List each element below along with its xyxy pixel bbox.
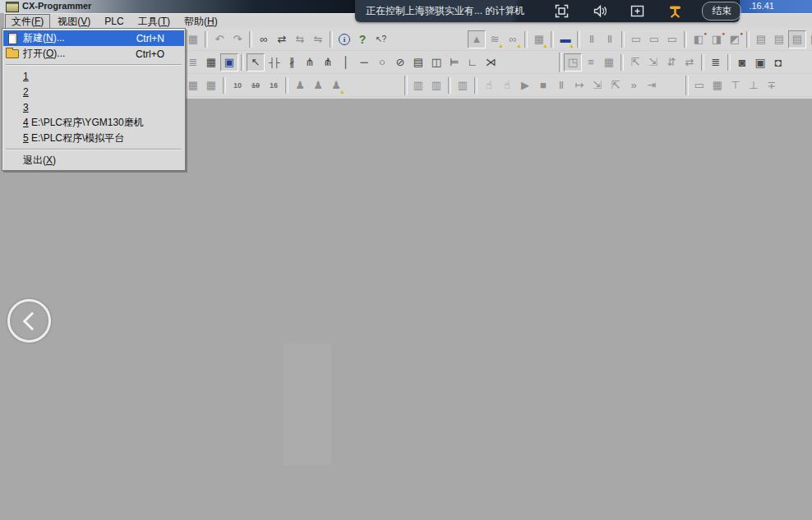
replace-icon[interactable]: ⇄: [273, 30, 291, 48]
menu-item-open[interactable]: 打开(O)...Ctrl+O: [3, 46, 184, 62]
watch-window-icon[interactable]: ▭: [663, 30, 681, 48]
menu-item-recent-4[interactable]: 4 E:\PLC程序\YGM130磨机: [3, 115, 184, 131]
work-online-icon[interactable]: ▲: [468, 30, 486, 48]
info-icon[interactable]: [335, 30, 353, 48]
menu-item-new[interactable]: 新建(N)...Ctrl+N: [3, 30, 184, 46]
sim-stop-icon[interactable]: ■: [534, 76, 552, 94]
mnemonic-view-icon[interactable]: ▦: [202, 53, 220, 71]
ladder-view-icon[interactable]: ▣: [220, 53, 238, 71]
force-cancel-icon[interactable]: ∓: [763, 76, 781, 94]
line-connect-icon[interactable]: ∟: [464, 53, 482, 71]
step-run-icon[interactable]: ↦: [570, 76, 588, 94]
simulator-transfer-icon[interactable]: ▥: [454, 76, 472, 94]
new-closed-contact-icon[interactable]: ∦: [283, 53, 301, 71]
rung-margin-icon[interactable]: ▦: [202, 76, 220, 94]
menu-file[interactable]: 文件(F): [5, 14, 50, 30]
insert-row-icon[interactable]: ⇱: [626, 53, 644, 71]
simulator-online-icon[interactable]: ▥: [427, 76, 445, 94]
redo-icon[interactable]: ↷: [228, 30, 247, 48]
menu-view[interactable]: 视图(V): [51, 14, 97, 30]
online-edit-send-icon[interactable]: ◧: [690, 30, 708, 48]
comment-view-icon[interactable]: ◘: [769, 53, 787, 71]
change-all-icon[interactable]: ⇋: [309, 30, 327, 48]
context-help-icon[interactable]: ↖?: [371, 30, 390, 48]
insert-rung-icon[interactable]: ⇵: [662, 53, 681, 71]
new-tr-icon[interactable]: ⊨: [445, 53, 464, 71]
plc-settings-icon[interactable]: ▤: [788, 30, 806, 48]
transfer-program-icon[interactable]: ◳: [564, 53, 582, 71]
step-in-icon[interactable]: ⇲: [588, 76, 607, 94]
rung-list-icon[interactable]: ≣: [707, 53, 725, 71]
pause-trigger-icon[interactable]: Ⅱ: [601, 30, 619, 48]
save-icon[interactable]: ▦: [184, 30, 202, 48]
vertical-line-icon[interactable]: │: [337, 53, 355, 71]
find-icon[interactable]: ∞: [255, 30, 273, 48]
horizontal-line-icon[interactable]: ─: [355, 53, 373, 71]
scan-run-icon[interactable]: ⇥: [643, 76, 661, 94]
monitor-icon[interactable]: ≋: [486, 30, 504, 48]
new-contact-icon[interactable]: ┤├: [265, 53, 283, 71]
menu-item-recent-5[interactable]: 5 E:\PLC程序\模拟平台: [3, 131, 184, 146]
memory-view-icon[interactable]: ▦: [708, 76, 727, 94]
continuous-step-icon[interactable]: »: [625, 76, 643, 94]
compare-program-icon[interactable]: ▬: [556, 30, 574, 48]
brand-icon[interactable]: [667, 3, 683, 19]
hex-monitor-icon[interactable]: 16: [265, 76, 283, 94]
clear-breakpoint-icon[interactable]: ☝: [498, 76, 516, 94]
symbol-table-icon[interactable]: ◙: [733, 53, 751, 71]
back-button[interactable]: [7, 299, 51, 343]
menu-tools[interactable]: 工具(T): [131, 14, 177, 30]
menu-item-exit[interactable]: 退出(X): [3, 153, 184, 168]
step-out-icon[interactable]: ⇱: [607, 76, 625, 94]
force-off-icon[interactable]: ⊥: [745, 76, 763, 94]
cross-reference-icon[interactable]: ▭: [627, 30, 645, 48]
transfer-to-plc-icon[interactable]: ▦: [530, 30, 548, 48]
monitor-mode-icon[interactable]: ♟: [291, 76, 309, 94]
sim-pause-icon[interactable]: Ⅱ: [552, 76, 570, 94]
menu-help[interactable]: 帮助(H): [178, 14, 224, 30]
find-next-icon[interactable]: ⇆: [291, 30, 309, 48]
new-instruction-icon[interactable]: ▤: [409, 53, 427, 71]
menu-item-recent-2[interactable]: 2: [3, 84, 184, 99]
new-coil-icon[interactable]: ○: [373, 53, 391, 71]
new-or-contact-icon[interactable]: ⋔: [301, 53, 319, 71]
compile-icon[interactable]: ≡: [582, 53, 600, 71]
new-or-closed-contact-icon[interactable]: ⋔: [319, 53, 337, 71]
delete-rung-icon[interactable]: ⇄: [681, 53, 699, 71]
memory-card-icon[interactable]: ▤: [806, 30, 812, 48]
program-check-icon[interactable]: ▦: [600, 53, 618, 71]
io-table-icon[interactable]: ▤: [752, 30, 770, 48]
delete-line-icon[interactable]: ⋊: [482, 53, 500, 71]
monitor-pause-icon[interactable]: ♟: [309, 76, 327, 94]
plc-clock-icon[interactable]: ▭: [690, 76, 708, 94]
online-edit-cancel-icon[interactable]: ◨: [708, 30, 726, 48]
address-reference-icon[interactable]: ▣: [751, 53, 769, 71]
end-session-button[interactable]: 结束: [702, 2, 741, 21]
online-edit-release-icon[interactable]: ◩: [726, 30, 744, 48]
force-on-icon[interactable]: ⊤: [727, 76, 745, 94]
decimal-monitor-icon[interactable]: 10: [228, 76, 247, 94]
breakpoint-icon[interactable]: ☝: [480, 76, 498, 94]
transfer-to-simulator-icon[interactable]: ▥: [409, 76, 427, 94]
pause-monitor-icon[interactable]: Ⅱ: [583, 30, 601, 48]
toolbox-icon[interactable]: [630, 3, 645, 19]
signed-decimal-icon[interactable]: 10: [247, 76, 265, 94]
local-window-icon[interactable]: ▭: [645, 30, 663, 48]
menu-plc[interactable]: PLC: [98, 15, 130, 28]
sim-run-icon[interactable]: ▶: [516, 76, 534, 94]
project-tree-icon[interactable]: ≣: [184, 53, 202, 71]
speaker-icon[interactable]: [592, 3, 607, 19]
menu-item-recent-3[interactable]: 3: [3, 99, 184, 115]
menu-item-recent-1[interactable]: 1: [3, 68, 184, 84]
help-icon[interactable]: ?: [353, 30, 371, 48]
grid-toggle-icon[interactable]: ▦: [184, 76, 202, 94]
selection-arrow-icon[interactable]: ↖: [247, 53, 265, 71]
delete-row-icon[interactable]: ⇲: [644, 53, 662, 71]
fullscreen-icon[interactable]: [554, 3, 570, 19]
new-closed-coil-icon[interactable]: ⊘: [391, 53, 409, 71]
online-edit-icon[interactable]: ∞: [504, 30, 522, 48]
undo-icon[interactable]: ↶: [210, 30, 228, 48]
plc-memory-icon[interactable]: ▤: [770, 30, 788, 48]
new-pc-instruction-icon[interactable]: ◫: [427, 53, 445, 71]
monitor-data-icon[interactable]: ♟: [327, 76, 345, 94]
